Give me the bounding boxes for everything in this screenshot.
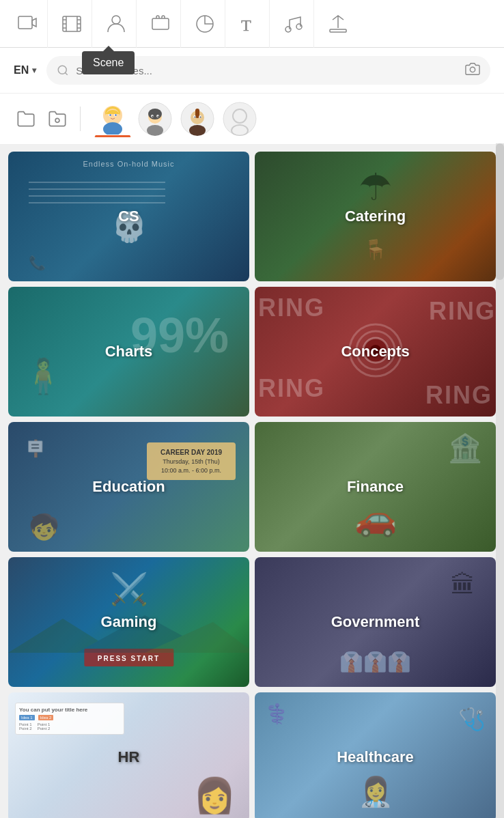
svg-point-45 <box>223 102 256 135</box>
svg-point-36 <box>147 125 163 136</box>
character-icon[interactable] <box>96 0 137 48</box>
language-selector[interactable]: EN ▾ <box>14 64 36 76</box>
folder-icons <box>14 107 81 131</box>
card-label-education: Education <box>8 422 249 552</box>
scene-card-catering[interactable]: ☂ 🪑 Catering <box>255 152 496 281</box>
scene-card-finance[interactable]: 🚗 🏦 Finance <box>255 422 496 552</box>
svg-point-34 <box>152 116 154 117</box>
avatar-2[interactable] <box>137 100 173 137</box>
svg-point-42 <box>195 117 196 118</box>
svg-marker-1 <box>32 18 36 27</box>
svg-point-28 <box>103 122 122 135</box>
music-icon[interactable] <box>273 0 314 48</box>
scrollbar-track <box>496 143 504 818</box>
search-icon <box>57 64 69 76</box>
tooltip-text: Scene <box>93 57 124 68</box>
scene-card-hr[interactable]: You can put your title here Idea 1 Idea … <box>8 692 249 818</box>
search-area: EN ▾ <box>0 48 504 94</box>
upload-icon[interactable] <box>318 0 359 48</box>
svg-text:T: T <box>241 16 251 34</box>
card-label-finance: Finance <box>255 422 496 552</box>
scene-card-cs[interactable]: Endless On-hold Music 💀 📞 CS <box>8 152 249 281</box>
text-icon[interactable]: T <box>229 0 270 48</box>
svg-rect-0 <box>18 16 32 29</box>
svg-rect-12 <box>152 18 169 29</box>
character-avatars <box>87 100 258 137</box>
svg-point-31 <box>148 109 162 119</box>
scene-card-gaming[interactable]: ⚔️ PRESS START Gaming <box>8 557 249 687</box>
svg-point-27 <box>115 114 116 115</box>
scrollbar-thumb[interactable] <box>496 143 504 280</box>
svg-point-19 <box>470 67 475 72</box>
card-label-concepts: Concepts <box>255 287 496 417</box>
scene-card-concepts[interactable]: RING RING RING RING Concepts <box>255 287 496 417</box>
svg-rect-17 <box>330 29 346 32</box>
card-label-healthcare: Healthcare <box>255 692 496 818</box>
toolbar: T <box>0 0 504 48</box>
svg-point-20 <box>55 118 59 122</box>
card-label-gaming: Gaming <box>8 557 249 687</box>
svg-point-26 <box>109 114 111 115</box>
folder-user-icon[interactable] <box>45 107 70 131</box>
card-label-catering: Catering <box>255 152 496 281</box>
svg-point-44 <box>189 125 206 136</box>
svg-point-11 <box>112 16 120 24</box>
chart-icon[interactable] <box>184 0 225 48</box>
card-label-cs: CS <box>8 152 249 281</box>
svg-point-18 <box>58 66 66 74</box>
svg-point-15 <box>285 27 291 32</box>
svg-point-43 <box>200 117 201 118</box>
avatar-4[interactable] <box>221 100 258 137</box>
svg-point-16 <box>296 24 302 29</box>
avatar-1[interactable] <box>94 100 131 137</box>
scene-card-charts[interactable]: 99% 🧍 Charts <box>8 287 249 417</box>
props-icon[interactable] <box>140 0 181 48</box>
video-scene-icon[interactable] <box>7 0 48 48</box>
filmstrip-icon[interactable] <box>51 0 92 48</box>
card-label-government: Government <box>255 557 496 687</box>
lang-label: EN <box>14 64 29 76</box>
scene-card-education[interactable]: CAREER DAY 2019 Thursday, 15th (Thu) 10:… <box>8 422 249 552</box>
scene-card-healthcare[interactable]: 🩺 👩‍⚕️ ⚕️ Healthcare <box>255 692 496 818</box>
card-label-charts: Charts <box>8 287 249 417</box>
svg-rect-39 <box>195 109 199 118</box>
chevron-down-icon: ▾ <box>32 66 36 75</box>
character-selector <box>0 94 504 145</box>
svg-point-35 <box>158 116 159 117</box>
folder-icon[interactable] <box>14 107 38 131</box>
card-label-hr: HR <box>8 692 249 818</box>
scene-card-government[interactable]: 👔👔👔 🏛 Government <box>255 557 496 687</box>
camera-icon[interactable] <box>465 61 480 79</box>
scene-tooltip: Scene <box>82 51 135 74</box>
scenes-grid: Endless On-hold Music 💀 📞 CS ☂ 🪑 Caterin… <box>0 145 504 818</box>
avatar-3[interactable] <box>179 100 216 137</box>
